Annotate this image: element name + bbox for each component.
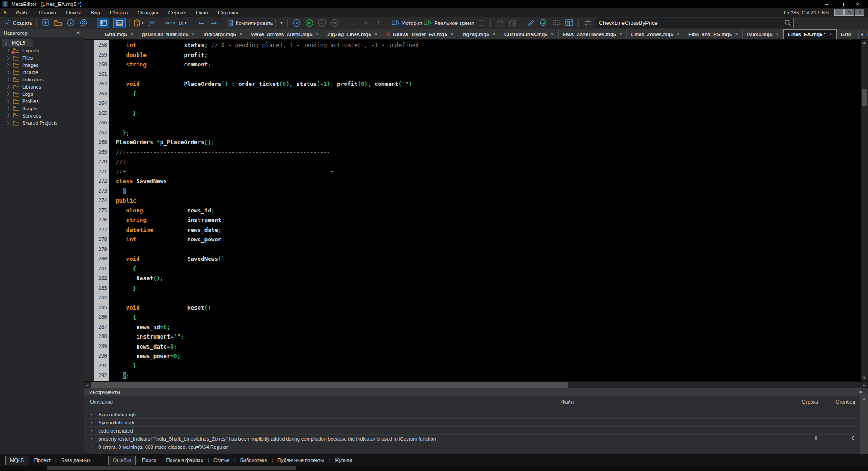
snippets-wand-button[interactable] [146, 18, 157, 28]
chevron-right-icon[interactable] [6, 71, 9, 74]
file-tab-Indicator.mq5[interactable]: Indicator.mq5✕ [199, 30, 247, 39]
panel-tab-ошибки[interactable]: Ошибки [108, 456, 136, 465]
toolbox-row[interactable]: •code generated [84, 427, 868, 435]
editor-vertical-scrollbar[interactable]: ▲ ▼ [861, 40, 868, 381]
search-options-button[interactable] [582, 18, 593, 28]
scroll-up-icon[interactable]: ▲ [861, 40, 868, 46]
snippet-lines-button[interactable] [551, 18, 562, 28]
tab-close-icon[interactable]: ✕ [239, 32, 243, 37]
tab-close-icon[interactable]: ✕ [676, 32, 680, 37]
compile-button[interactable]: Компилировать [227, 18, 273, 28]
tab-close-icon[interactable]: ✕ [375, 32, 378, 37]
menu-Правка[interactable]: Правка [33, 10, 61, 15]
copy-path-button[interactable] [494, 18, 505, 28]
menu-Поиск[interactable]: Поиск [61, 10, 85, 15]
chevron-right-icon[interactable] [6, 99, 9, 103]
column-line[interactable]: Строка [786, 399, 818, 405]
file-tab-Lines_EA.mq5[interactable]: Lines_EA.mq5 *✕ [783, 29, 837, 39]
tab-scroll-left-icon[interactable]: ◂ [861, 32, 863, 37]
column-description[interactable]: Описание [90, 399, 113, 405]
navigator-close-icon[interactable]: ✕ [76, 30, 80, 35]
search-icon[interactable] [784, 19, 791, 26]
sidebar-item-logs[interactable]: Logs [0, 90, 84, 98]
bottom-scroll-thumb[interactable] [47, 466, 296, 470]
sidebar-item-services[interactable]: Services [0, 112, 84, 119]
file-tab-ZigZag_Lines.mq5[interactable]: ZigZag_Lines.mq5✕ [323, 30, 382, 39]
fx-dropdown-arrow[interactable]: ▾ [185, 21, 187, 25]
tab-close-icon[interactable]: ✕ [130, 32, 133, 37]
new-button[interactable]: Создать [4, 18, 33, 28]
navigator-root-item[interactable]: {} MQL5 [2, 39, 33, 47]
save-button[interactable] [66, 18, 76, 28]
column-divider[interactable] [784, 396, 784, 410]
step-into-button[interactable]: ⇣ [348, 18, 359, 28]
step-over-button[interactable]: ↷ [360, 18, 371, 28]
sidebar-item-scripts[interactable]: Scripts [0, 105, 84, 112]
sidebar-item-images[interactable]: Images [0, 61, 84, 69]
tab-close-icon[interactable]: ✕ [735, 32, 739, 37]
sidebar-item-experts[interactable]: !Experts [0, 47, 84, 54]
chevron-right-icon[interactable] [6, 121, 9, 125]
sidebar-item-files[interactable]: Files [0, 54, 84, 61]
sidebar-item-include[interactable]: Include [0, 69, 84, 76]
file-tab-gaussian_filter.mq5[interactable]: gaussian_filter.mq5✕ [138, 30, 199, 39]
menu-Отладка[interactable]: Отладка [133, 10, 163, 15]
mdi-minimize-button[interactable]: ▁ [834, 9, 844, 16]
file-tab-Guava_Trader_EA.mq5[interactable]: Guava_Trader_EA.mq5✕ [382, 30, 458, 39]
sidebar-item-indicators[interactable]: Indicators [0, 76, 84, 83]
debug-history-button[interactable] [291, 18, 302, 28]
file-tab-Grid.mq5[interactable]: Grid.mq5✕ [101, 30, 138, 39]
panel-tab-библиотека[interactable]: Библиотека [236, 456, 271, 465]
tab-close-icon[interactable]: ✕ [550, 32, 554, 37]
navigate-back-button[interactable]: ← [196, 18, 207, 28]
check-syntax-button[interactable] [538, 18, 549, 28]
history-button[interactable]: История [392, 18, 422, 28]
mdi-close-button[interactable]: ✕ [855, 9, 864, 16]
vertical-scroll-thumb[interactable] [862, 89, 867, 106]
column-divider[interactable] [556, 396, 556, 410]
file-tab-zigzag.mq5[interactable]: zigzag.mq5✕ [458, 30, 500, 39]
step-out-button[interactable]: ⇡ [373, 18, 384, 28]
variables-button[interactable]: VAR↗ [165, 18, 175, 28]
menu-Сборка[interactable]: Сборка [105, 10, 133, 15]
toolbox-scrollbar[interactable]: ▲ [860, 396, 868, 454]
new-file-button[interactable] [40, 18, 51, 28]
restore-button[interactable] [835, 0, 850, 8]
menu-Окно[interactable]: Окно [191, 10, 213, 15]
toolbox-close-icon[interactable]: ✕ [859, 390, 863, 395]
toolbox-row[interactable]: •property tester_indicator "India_Shaik_… [84, 435, 868, 443]
toolbox-scroll-up-icon[interactable]: ▲ [860, 396, 868, 402]
side-tab-проект[interactable]: Проект [30, 456, 55, 465]
tab-close-icon[interactable]: ✕ [451, 32, 454, 37]
menu-Справка[interactable]: Справка [213, 10, 243, 15]
scroll-left-icon[interactable]: ◂ [84, 382, 91, 389]
menu-Сервис[interactable]: Сервис [163, 10, 191, 15]
file-tab-iMax3.mq5[interactable]: iMax3.mq5✕ [743, 30, 783, 39]
panel-tab-поиск[interactable]: Поиск [138, 456, 160, 465]
toolbox-row[interactable]: •SymbolInfo.mqh [84, 419, 868, 427]
realtime-button[interactable]: Реальное время [424, 18, 474, 28]
panel-tab-журнал[interactable]: Журнал [330, 456, 356, 465]
styler-button[interactable] [526, 18, 536, 28]
column-divider[interactable] [821, 396, 821, 410]
file-tab-Wave_Arrows_Alerts.mq5[interactable]: Wave_Arrows_Alerts.mq5✕ [247, 30, 323, 39]
chevron-right-icon[interactable] [6, 107, 9, 110]
functions-button[interactable]: fx▾ [177, 18, 188, 28]
menu-Файл[interactable]: Файл [11, 10, 33, 15]
profiler-button[interactable] [476, 18, 487, 28]
panel-tab-публичные-проекты[interactable]: Публичные проекты [273, 456, 328, 465]
side-tab-база-данных[interactable]: База данных [57, 456, 95, 465]
chevron-right-icon[interactable] [6, 114, 9, 118]
terminal-window-button[interactable] [564, 18, 574, 28]
tab-close-icon[interactable]: ✕ [619, 32, 623, 37]
navigate-forward-button[interactable]: → [209, 18, 219, 28]
paste-dropdown-arrow[interactable]: ▾ [142, 21, 143, 25]
tab-close-icon[interactable]: ✕ [316, 32, 319, 37]
scroll-down-icon[interactable]: ▼ [861, 375, 868, 381]
pause-button[interactable] [317, 18, 327, 28]
column-file[interactable]: Файл [561, 399, 574, 405]
copy-code-button[interactable] [507, 18, 518, 28]
chevron-right-icon[interactable] [6, 63, 9, 67]
stop-button[interactable] [329, 18, 340, 28]
panel-tab-статьи[interactable]: Статьи [209, 456, 234, 465]
